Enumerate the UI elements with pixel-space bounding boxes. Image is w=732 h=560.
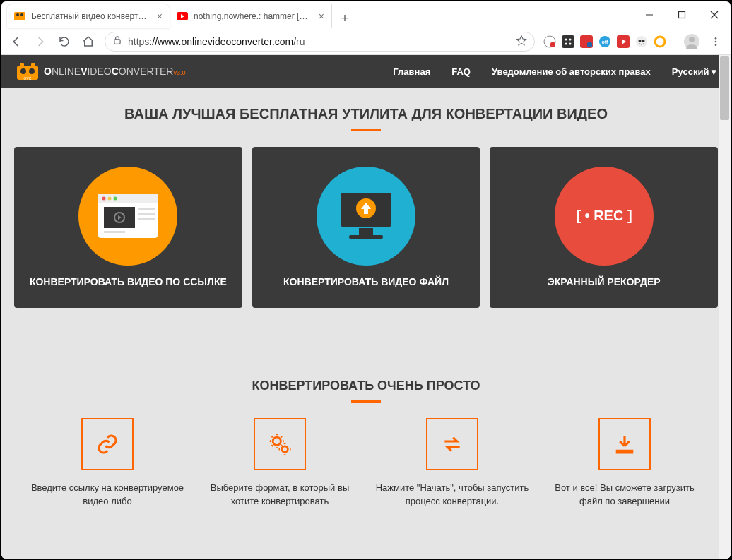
svg-point-12 [565,38,567,40]
reload-button[interactable] [57,34,72,49]
svg-rect-10 [550,42,555,47]
svg-rect-8 [114,40,120,44]
site-nav: Главная FAQ Уведомление об авторских пра… [393,66,716,77]
nav-home[interactable]: Главная [393,66,430,77]
site-logo[interactable]: OVC ONLINEVIDEOCONVERTERv3.0 [16,61,185,81]
maximize-button[interactable] [666,1,698,28]
menu-button[interactable] [708,34,724,49]
svg-rect-43 [138,208,155,210]
card-label: КОНВЕРТИРОВАТЬ ВИДЕО ФАЙЛ [283,275,449,289]
step-text: Выберите формат, в который вы хотите кон… [202,482,358,508]
svg-rect-0 [14,12,25,20]
browser-toolbar: https://www.onlinevideoconverter.com/ru … [1,28,731,55]
svg-rect-36 [98,194,158,203]
card-icon-link [78,167,177,266]
svg-point-21 [636,36,647,47]
ext-icon-4[interactable]: off [598,35,611,48]
card-label: КОНВЕРТИРОВАТЬ ВИДЕО ПО ССЫЛКЕ [30,275,227,289]
close-button[interactable] [698,1,731,28]
svg-point-38 [108,196,112,200]
tab-2[interactable]: nothing,nowhere.: hammer [OFFICIAL] × [170,4,332,28]
page-title: ВАША ЛУЧШАЯ БЕСПЛАТНАЯ УТИЛИТА ДЛЯ КОНВЕ… [1,106,731,122]
scrollbar[interactable] [719,55,731,559]
svg-point-52 [282,446,288,453]
nav-faq[interactable]: FAQ [451,66,471,77]
feature-cards: КОНВЕРТИРОВАТЬ ВИДЕО ПО ССЫЛКЕ КОНВЕРТИР… [1,147,731,308]
svg-point-26 [715,37,717,40]
svg-text:off: off [602,40,609,44]
link-icon [81,418,134,470]
nav-copyright[interactable]: Уведомление об авторских правах [492,66,651,77]
ext-icon-6[interactable] [635,35,648,48]
title-underline [351,129,381,131]
favicon-ovc [14,11,25,22]
ext-icon-5[interactable] [617,35,630,48]
svg-rect-44 [138,213,155,215]
favicon-youtube [177,11,188,22]
step-3: Нажмите "Начать", чтобы запустить процес… [374,418,530,508]
svg-point-30 [20,68,26,74]
svg-point-27 [715,40,717,42]
window-titlebar: Бесплатный видео конвертер онлайн × noth… [1,1,731,28]
svg-point-14 [565,42,567,44]
tab-strip: Бесплатный видео конвертер онлайн × noth… [1,1,633,28]
svg-point-23 [642,40,645,42]
forward-button[interactable] [33,34,48,49]
svg-point-15 [569,42,572,44]
logo-text: ONLINEVIDEOCONVERTERv3.0 [44,66,185,77]
minimize-button[interactable] [633,1,666,28]
tab-1[interactable]: Бесплатный видео конвертер онлайн × [7,4,170,28]
nav-language[interactable]: Русский ▾ [672,66,716,77]
svg-point-1 [16,13,19,16]
home-button[interactable] [81,34,96,49]
svg-point-51 [273,437,281,445]
address-bar[interactable]: https://www.onlinevideoconverter.com/ru [105,32,535,52]
ext-icon-2[interactable] [562,35,574,48]
card-icon-upload [317,167,415,266]
logo-icon: OVC [16,61,40,81]
svg-point-31 [29,68,35,74]
steps-row: Введите ссылку на конвертируемое видео л… [1,418,731,508]
close-tab-icon[interactable]: × [319,11,324,22]
svg-point-28 [715,44,717,46]
browser-window: Бесплатный видео конвертер онлайн × noth… [1,1,731,559]
ext-icon-1[interactable] [543,35,556,48]
svg-rect-42 [104,231,125,233]
card-recorder[interactable]: [ • REC ] ЭКРАННЫЙ РЕКОРДЕР [490,147,718,308]
svg-point-39 [114,196,117,200]
star-icon[interactable] [516,35,527,48]
card-label: ЭКРАННЫЙ РЕКОРДЕР [548,275,661,289]
new-tab-button[interactable]: + [335,8,355,28]
svg-rect-32 [20,63,24,67]
url-text: https://www.onlinevideoconverter.com/ru [128,36,510,47]
window-controls [633,1,731,28]
svg-rect-33 [31,63,35,67]
chevron-down-icon: ▾ [712,66,716,77]
ext-icon-3[interactable] [580,35,593,48]
step-text: Нажмите "Начать", чтобы запустить процес… [374,482,530,508]
back-button[interactable] [8,34,24,49]
svg-point-37 [102,196,106,200]
profile-avatar[interactable] [684,34,699,49]
svg-text:[ • REC ]: [ • REC ] [576,208,632,223]
section-title: КОНВЕРТИРОВАТЬ ОЧЕНЬ ПРОСТО [1,379,731,393]
step-4: Вот и все! Вы сможете загрузить файл по … [547,418,702,508]
svg-rect-45 [138,218,155,220]
svg-rect-48 [359,228,373,235]
scrollbar-thumb[interactable] [720,56,729,120]
svg-point-2 [20,13,23,16]
card-convert-file[interactable]: КОНВЕРТИРОВАТЬ ВИДЕО ФАЙЛ [252,147,480,308]
step-text: Введите ссылку на конвертируемое видео л… [30,482,185,508]
extension-icons: off [543,35,666,48]
card-convert-link[interactable]: КОНВЕРТИРОВАТЬ ВИДЕО ПО ССЫЛКЕ [14,147,242,308]
svg-rect-17 [587,42,592,47]
transfer-icon [426,418,478,470]
card-icon-rec: [ • REC ] [555,167,654,266]
tab-title: nothing,nowhere.: hammer [OFFICIAL] [194,11,313,21]
step-text: Вот и все! Вы сможете загрузить файл по … [547,482,702,508]
ext-icon-7[interactable] [654,35,666,48]
svg-point-13 [569,38,572,40]
tab-title: Бесплатный видео конвертер онлайн [31,11,151,21]
download-icon [598,418,651,470]
close-tab-icon[interactable]: × [157,11,163,22]
